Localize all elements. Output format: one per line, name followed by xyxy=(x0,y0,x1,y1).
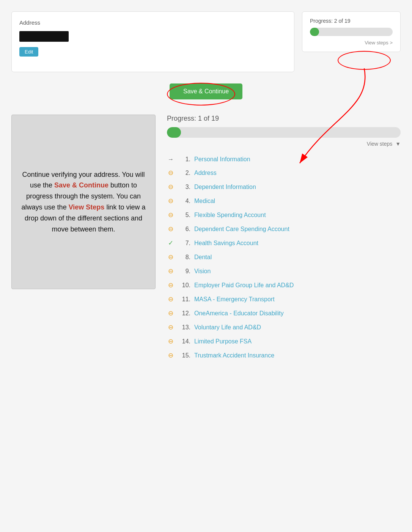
step-number-1: 1. xyxy=(178,156,190,163)
step-number-3: 3. xyxy=(178,184,190,190)
step-label-3[interactable]: Dependent Information xyxy=(194,184,256,190)
progress-bar-bottom xyxy=(167,127,401,138)
highlight-view-steps: View Steps xyxy=(69,203,105,211)
progress-label-top: Progress: 2 of 19 xyxy=(310,18,393,24)
step-icon-8: ⊖ xyxy=(167,253,175,261)
step-label-4[interactable]: Medical xyxy=(194,198,215,205)
step-icon-13: ⊖ xyxy=(167,323,175,331)
step-number-9: 9. xyxy=(178,268,190,275)
chevron-down-icon: ▼ xyxy=(395,141,401,147)
step-label-9[interactable]: Vision xyxy=(194,268,211,275)
list-item: ⊖ 3. Dependent Information xyxy=(167,180,401,194)
step-number-6: 6. xyxy=(178,226,190,233)
step-label-6[interactable]: Dependent Care Spending Account xyxy=(194,226,289,233)
step-label-12[interactable]: OneAmerica - Educator Disability xyxy=(194,310,284,317)
address-value-bar xyxy=(19,31,69,42)
list-item: → 1. Personal Information xyxy=(167,153,401,166)
highlight-save-continue: Save & Continue xyxy=(54,181,109,189)
step-number-12: 12. xyxy=(178,310,190,317)
save-continue-wrapper: Save & Continue xyxy=(0,80,412,111)
step-number-10: 10. xyxy=(178,282,190,289)
list-item: ⊖ 12. OneAmerica - Educator Disability xyxy=(167,306,401,320)
list-item: ⊖ 9. Vision xyxy=(167,264,401,278)
list-item: ⊖ 15. Trustmark Accident Insurance xyxy=(167,348,401,362)
step-label-8[interactable]: Dental xyxy=(194,254,212,261)
step-icon-12: ⊖ xyxy=(167,309,175,317)
step-label-7[interactable]: Health Savings Account xyxy=(194,240,258,247)
step-icon-5: ⊖ xyxy=(167,211,175,219)
step-icon-3: ⊖ xyxy=(167,183,175,191)
progress-card-bottom: Progress: 1 of 19 View steps ▼ xyxy=(167,115,401,147)
steps-panel: Progress: 1 of 19 View steps ▼ → 1. Pers… xyxy=(167,115,401,362)
step-icon-14: ⊖ xyxy=(167,337,175,345)
instructions-box: Continue verifying your address. You wil… xyxy=(11,115,156,289)
step-number-4: 4. xyxy=(178,198,190,205)
step-label-1[interactable]: Personal Information xyxy=(194,156,250,163)
progress-label-bottom: Progress: 1 of 19 xyxy=(167,115,401,123)
address-card: Address Edit xyxy=(11,11,294,72)
progress-bar-top xyxy=(310,28,393,36)
step-icon-10: ⊖ xyxy=(167,281,175,289)
instructions-text: Continue verifying your address. You wil… xyxy=(21,169,146,235)
step-label-14[interactable]: Limited Purpose FSA xyxy=(194,338,252,345)
progress-card-top: Progress: 2 of 19 View steps > xyxy=(302,11,401,52)
step-icon-15: ⊖ xyxy=(167,351,175,359)
list-item: ⊖ 14. Limited Purpose FSA xyxy=(167,334,401,348)
step-number-15: 15. xyxy=(178,352,190,359)
list-item: ⊖ 11. MASA - Emergency Transport xyxy=(167,292,401,306)
step-label-2[interactable]: Address xyxy=(194,170,217,176)
step-number-8: 8. xyxy=(178,254,190,261)
step-icon-2: ⊖ xyxy=(167,169,175,177)
list-item: ✓ 7. Health Savings Account xyxy=(167,236,401,250)
step-label-15[interactable]: Trustmark Accident Insurance xyxy=(194,352,274,359)
step-label-11[interactable]: MASA - Emergency Transport xyxy=(194,296,275,303)
list-item: ⊖ 6. Dependent Care Spending Account xyxy=(167,222,401,236)
view-steps-bottom-link[interactable]: View steps ▼ xyxy=(167,141,401,147)
step-icon-11: ⊖ xyxy=(167,295,175,303)
list-item: ⊖ 4. Medical xyxy=(167,194,401,208)
step-number-5: 5. xyxy=(178,212,190,219)
edit-button[interactable]: Edit xyxy=(19,47,38,57)
step-number-14: 14. xyxy=(178,338,190,345)
step-icon-1: → xyxy=(167,156,175,163)
step-icon-7: ✓ xyxy=(167,239,175,247)
save-continue-button[interactable]: Save & Continue xyxy=(170,83,242,99)
address-label: Address xyxy=(19,19,286,26)
progress-fill-top xyxy=(310,28,319,36)
step-number-7: 7. xyxy=(178,240,190,247)
list-item: ⊖ 10. Employer Paid Group Life and AD&D xyxy=(167,278,401,292)
step-number-2: 2. xyxy=(178,170,190,176)
list-item: ⊖ 2. Address xyxy=(167,166,401,180)
step-label-5[interactable]: Flexible Spending Account xyxy=(194,212,266,219)
view-steps-top-link[interactable]: View steps > xyxy=(310,40,393,46)
list-item: ⊖ 5. Flexible Spending Account xyxy=(167,208,401,222)
step-number-13: 13. xyxy=(178,324,190,331)
step-label-10[interactable]: Employer Paid Group Life and AD&D xyxy=(194,282,294,289)
step-icon-6: ⊖ xyxy=(167,225,175,233)
steps-list: → 1. Personal Information ⊖ 2. Address ⊖… xyxy=(167,153,401,362)
progress-fill-bottom xyxy=(167,127,181,138)
list-item: ⊖ 13. Voluntary Life and AD&D xyxy=(167,320,401,334)
step-number-11: 11. xyxy=(178,296,190,303)
list-item: ⊖ 8. Dental xyxy=(167,250,401,264)
step-label-13[interactable]: Voluntary Life and AD&D xyxy=(194,324,261,331)
step-icon-9: ⊖ xyxy=(167,267,175,275)
step-icon-4: ⊖ xyxy=(167,197,175,205)
